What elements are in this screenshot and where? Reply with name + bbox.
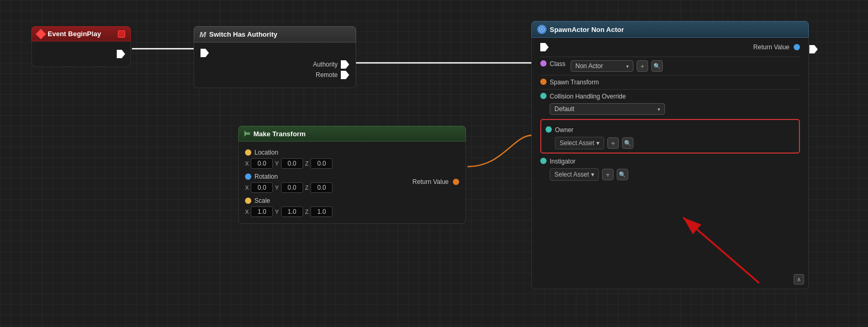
node-spawn-actor: SpawnActor Non Actor Return Value Class … [531, 21, 809, 289]
rot-y-input[interactable] [281, 182, 303, 193]
collapse-icon: ∧ [797, 276, 801, 283]
scale-x-label: X [245, 209, 249, 215]
class-row: Class Non Actor ▾ + 🔍 [540, 60, 800, 72]
owner-select-asset-btn[interactable]: Select Asset ▾ [555, 137, 604, 149]
rotation-row: Rotation [245, 173, 332, 180]
authority-label: Authority [313, 61, 338, 68]
scale-xyz: X Y Z [245, 206, 332, 217]
owner-pin[interactable] [546, 126, 552, 133]
spawn-return-label: Return Value [753, 43, 789, 51]
class-label: Class [550, 60, 565, 68]
scale-pin[interactable] [245, 198, 251, 204]
authority-exec-out[interactable] [341, 60, 349, 69]
owner-add-btn[interactable]: + [607, 137, 619, 149]
transform-inputs: Location X Y Z Rotation X [245, 147, 332, 217]
loc-y-label: Y [275, 160, 279, 167]
event-begin-play-title: Event BeginPlay [48, 30, 101, 38]
spawn-exec-in[interactable] [540, 43, 549, 51]
collapse-btn[interactable]: ∧ [794, 274, 804, 285]
collision-pin[interactable] [540, 93, 547, 99]
scale-x-input[interactable] [251, 206, 273, 217]
transform-icon: ⊨ [244, 129, 250, 138]
rotation-pin[interactable] [245, 173, 251, 180]
instigator-search-btn[interactable]: 🔍 [617, 169, 628, 180]
event-icon [36, 29, 46, 39]
location-pin[interactable] [245, 149, 251, 156]
spawn-transform-pin[interactable] [540, 79, 547, 85]
loc-x-input[interactable] [251, 158, 273, 169]
class-add-btn[interactable]: + [637, 60, 648, 72]
scale-row: Scale [245, 197, 332, 204]
exec-in-pin[interactable] [201, 49, 209, 57]
collision-arrow: ▾ [658, 106, 660, 112]
return-value-label: Return Value [413, 178, 449, 186]
loc-x-label: X [245, 160, 249, 167]
transform-return-value: Return Value [413, 147, 459, 217]
remote-exec-out[interactable] [341, 71, 349, 79]
class-pin[interactable] [540, 60, 547, 67]
event-begin-play-header: Event BeginPlay [31, 26, 131, 41]
instigator-select-arrow: ▾ [591, 171, 594, 178]
owner-select-asset-label: Select Asset [560, 139, 594, 147]
class-value: Non Actor [575, 62, 603, 70]
instigator-select-label: Select Asset [554, 171, 589, 178]
owner-label-row: Owner [546, 126, 795, 134]
rotation-xyz: X Y Z [245, 182, 332, 193]
exec-out-pin[interactable] [117, 50, 125, 58]
instigator-row: Instigator [540, 158, 800, 165]
spawn-return-pin[interactable] [794, 44, 800, 50]
m-icon: M [199, 30, 206, 39]
loc-z-input[interactable] [310, 158, 332, 169]
scale-y-label: Y [275, 209, 279, 215]
collision-value: Default [554, 105, 574, 113]
instigator-pin[interactable] [540, 158, 547, 164]
spawn-transform-label: Spawn Transform [550, 79, 599, 86]
collision-row: Collision Handling Override [540, 93, 800, 100]
scale-z-label: Z [305, 209, 309, 215]
remote-label: Remote [316, 71, 338, 79]
owner-select-asset-arrow: ▾ [596, 139, 599, 147]
spawn-exec-out[interactable] [809, 45, 818, 53]
spawn-exec-out-wrapper [809, 45, 818, 53]
spawn-exec-row: Return Value [540, 43, 800, 51]
switch-authority-header: M Switch Has Authority [194, 26, 356, 42]
svg-point-3 [541, 28, 543, 30]
instigator-select-asset-btn[interactable]: Select Asset ▾ [550, 168, 599, 181]
spawn-actor-header: SpawnActor Non Actor [531, 21, 809, 38]
event-begin-play-body [31, 41, 131, 67]
collision-dropdown[interactable]: Default ▾ [550, 103, 665, 115]
scale-z-input[interactable] [310, 206, 332, 217]
authority-pin-row: Authority [201, 60, 349, 69]
collision-dropdown-row: Default ▾ [550, 103, 800, 115]
scale-y-input[interactable] [281, 206, 303, 217]
collision-label: Collision Handling Override [550, 93, 626, 100]
exec-in-row [201, 49, 349, 57]
rot-x-input[interactable] [251, 182, 273, 193]
switch-authority-body: Authority Remote [194, 42, 356, 88]
spawn-transform-row: Spawn Transform [540, 79, 800, 86]
rotation-label: Rotation [254, 173, 278, 180]
scale-label: Scale [254, 197, 270, 204]
instigator-select-row: Select Asset ▾ + 🔍 [550, 168, 800, 181]
make-transform-body: Location X Y Z Rotation X [238, 141, 466, 224]
instigator-label: Instigator [550, 158, 575, 165]
return-value-pin[interactable] [453, 179, 459, 185]
node-switch-has-authority: M Switch Has Authority Authority Remote [194, 26, 356, 88]
make-transform-header: ⊨ Make Transform [238, 126, 466, 141]
location-xyz: X Y Z [245, 158, 332, 169]
rot-z-input[interactable] [310, 182, 332, 193]
owner-section: Owner Select Asset ▾ + 🔍 [540, 119, 800, 154]
owner-label: Owner [555, 126, 573, 134]
rot-x-label: X [245, 184, 249, 191]
spawn-actor-icon [537, 25, 547, 34]
loc-y-input[interactable] [281, 158, 303, 169]
class-dropdown[interactable]: Non Actor ▾ [571, 60, 633, 72]
class-search-btn[interactable]: 🔍 [651, 60, 663, 72]
event-stop-icon [118, 30, 125, 38]
make-transform-title: Make Transform [253, 130, 306, 138]
instigator-add-btn[interactable]: + [602, 169, 614, 180]
loc-z-label: Z [305, 160, 309, 167]
owner-select-row: Select Asset ▾ + 🔍 [555, 137, 795, 149]
spawn-actor-title: SpawnActor Non Actor [550, 26, 624, 34]
owner-search-btn[interactable]: 🔍 [622, 137, 633, 149]
